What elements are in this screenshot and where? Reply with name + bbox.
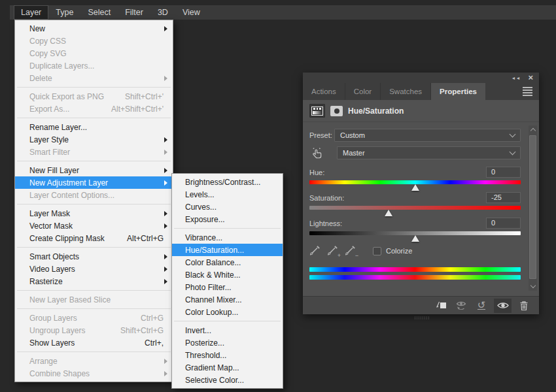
toggle-visibility-button[interactable] bbox=[494, 299, 512, 313]
submenu-item-hue-saturation[interactable]: Hue/Saturation... bbox=[172, 244, 283, 256]
submenu-item-posterize[interactable]: Posterize... bbox=[172, 336, 283, 349]
clip-to-layer-button[interactable] bbox=[433, 299, 449, 313]
colorize-label: Colorize bbox=[386, 247, 412, 255]
menu-separator bbox=[17, 247, 171, 248]
menu-item-label: New bbox=[29, 24, 45, 33]
menu-item-combine-shapes[interactable]: Combine Shapes bbox=[15, 367, 173, 380]
hue-slider-track[interactable] bbox=[309, 180, 521, 184]
delete-adjustment-button[interactable] bbox=[516, 299, 532, 313]
submenu-item-black-white[interactable]: Black & White... bbox=[172, 269, 283, 281]
close-panel-icon[interactable]: × bbox=[528, 74, 533, 81]
menubar-item-type[interactable]: Type bbox=[48, 5, 80, 20]
eyedropper-add-tool[interactable]: + bbox=[327, 245, 339, 257]
menu-item-shortcut: Shift+Ctrl+' bbox=[125, 92, 167, 101]
slider-thumb[interactable] bbox=[411, 235, 419, 242]
scroll-up-icon[interactable] bbox=[529, 125, 537, 134]
colorize-checkbox[interactable] bbox=[373, 247, 381, 255]
menu-item-layer-style[interactable]: Layer Style bbox=[15, 133, 173, 146]
menu-item-delete[interactable]: Delete bbox=[15, 72, 173, 84]
menubar-item-filter[interactable]: Filter bbox=[118, 5, 150, 20]
menu-item-label: Quick Export as PNG bbox=[29, 92, 104, 101]
menu-item-copy-svg[interactable]: Copy SVG bbox=[15, 47, 173, 59]
hue-value-input[interactable]: 0 bbox=[486, 167, 521, 178]
menu-item-rename-layer[interactable]: Rename Layer... bbox=[15, 121, 173, 133]
panel-resize-grip[interactable] bbox=[415, 316, 430, 319]
menu-item-new-layer-based-slice[interactable]: New Layer Based Slice bbox=[15, 293, 173, 306]
menu-item-smart-filter[interactable]: Smart Filter bbox=[15, 146, 173, 158]
submenu-item-vibrance[interactable]: Vibrance... bbox=[172, 231, 283, 244]
saturation-slider-track[interactable] bbox=[309, 206, 521, 210]
slider-thumb[interactable] bbox=[411, 184, 419, 191]
submenu-item-gradient-map[interactable]: Gradient Map... bbox=[172, 361, 283, 374]
menu-item-show-layers[interactable]: Show Layers Ctrl+, bbox=[15, 336, 173, 349]
properties-panel: ◄◄ × Actions Color Swatches Properties H… bbox=[303, 73, 539, 314]
menu-item-new[interactable]: New bbox=[15, 22, 173, 35]
submenu-item-color-balance[interactable]: Color Balance... bbox=[172, 256, 283, 269]
panel-menu-icon[interactable] bbox=[523, 87, 532, 96]
eyedropper-subtract-tool[interactable]: − bbox=[345, 245, 356, 257]
submenu-item-exposure[interactable]: Exposure... bbox=[172, 213, 283, 225]
targeted-adjustment-tool[interactable] bbox=[309, 147, 337, 159]
slider-thumb[interactable] bbox=[385, 210, 392, 216]
preset-select[interactable]: Custom bbox=[334, 129, 521, 142]
menu-item-vector-mask[interactable]: Vector Mask bbox=[15, 220, 173, 232]
menu-item-export-as[interactable]: Export As... Alt+Shift+Ctrl+' bbox=[15, 103, 173, 115]
view-previous-state-button[interactable] bbox=[453, 299, 469, 313]
reset-button[interactable]: ↺ bbox=[474, 299, 489, 313]
menu-item-quick-export-as-png[interactable]: Quick Export as PNG Shift+Ctrl+' bbox=[15, 90, 173, 103]
menu-item-ungroup-layers[interactable]: Ungroup Layers Shift+Ctrl+G bbox=[15, 324, 173, 336]
menubar-item-label: Select bbox=[88, 8, 111, 17]
menu-item-layer-mask[interactable]: Layer Mask bbox=[15, 207, 173, 220]
menu-item-create-clipping-mask[interactable]: Create Clipping Mask Alt+Ctrl+G bbox=[15, 232, 173, 244]
collapse-panel-icon[interactable]: ◄◄ bbox=[512, 76, 521, 80]
submenu-item-brightness-contrast[interactable]: Brightness/Contrast... bbox=[172, 176, 283, 188]
previous-state-eye-icon bbox=[455, 301, 468, 310]
eyedropper-tool[interactable] bbox=[309, 245, 321, 257]
submenu-item-selective-color[interactable]: Selective Color... bbox=[172, 374, 283, 386]
saturation-value-input[interactable]: -25 bbox=[486, 192, 521, 203]
trash-icon bbox=[519, 301, 529, 311]
menu-item-copy-css[interactable]: Copy CSS bbox=[15, 35, 173, 47]
menu-item-layer-content-options[interactable]: Layer Content Options... bbox=[15, 189, 173, 201]
menu-item-arrange[interactable]: Arrange bbox=[15, 355, 173, 367]
scroll-down-icon[interactable] bbox=[529, 282, 537, 291]
menu-item-label: Delete bbox=[29, 74, 52, 83]
menu-item-group-layers[interactable]: Group Layers Ctrl+G bbox=[15, 312, 173, 324]
submenu-item-photo-filter[interactable]: Photo Filter... bbox=[172, 281, 283, 293]
submenu-item-channel-mixer[interactable]: Channel Mixer... bbox=[172, 293, 283, 306]
layer-mask-icon[interactable] bbox=[330, 106, 343, 116]
menubar-item-view[interactable]: View bbox=[175, 5, 207, 20]
menu-item-label: New Fill Layer bbox=[29, 166, 79, 175]
menubar-item-select[interactable]: Select bbox=[80, 5, 118, 20]
menu-item-duplicate-layers[interactable]: Duplicate Layers... bbox=[15, 59, 173, 72]
submenu-item-levels[interactable]: Levels... bbox=[172, 188, 283, 201]
tab-properties[interactable]: Properties bbox=[431, 83, 485, 100]
menu-item-label: Hue/Saturation... bbox=[185, 246, 244, 255]
menu-item-video-layers[interactable]: Video Layers bbox=[15, 263, 173, 275]
menu-item-label: Combine Shapes bbox=[29, 369, 90, 378]
menubar-item-layer[interactable]: Layer bbox=[14, 5, 48, 20]
submenu-arrow-icon bbox=[164, 150, 167, 155]
menu-item-label: Brightness/Contrast... bbox=[185, 178, 260, 187]
submenu-item-threshold[interactable]: Threshold... bbox=[172, 349, 283, 361]
channel-value: Master bbox=[343, 149, 365, 157]
hue-spectrum-reference-bar bbox=[309, 267, 521, 272]
submenu-item-invert[interactable]: Invert... bbox=[172, 324, 283, 336]
menu-item-new-fill-layer[interactable]: New Fill Layer bbox=[15, 164, 173, 176]
submenu-item-curves[interactable]: Curves... bbox=[172, 201, 283, 213]
menu-item-new-adjustment-layer[interactable]: New Adjustment Layer bbox=[15, 176, 173, 189]
tab-color[interactable]: Color bbox=[345, 83, 381, 100]
panel-scrollbar[interactable] bbox=[529, 125, 537, 291]
adjustment-layer-icon[interactable] bbox=[309, 104, 325, 118]
tab-actions[interactable]: Actions bbox=[303, 83, 345, 100]
lightness-slider-track[interactable] bbox=[309, 231, 521, 235]
lightness-value-input[interactable]: 0 bbox=[486, 218, 521, 229]
submenu-item-color-lookup[interactable]: Color Lookup... bbox=[172, 306, 283, 318]
menubar-item-3d[interactable]: 3D bbox=[150, 5, 175, 20]
tab-swatches[interactable]: Swatches bbox=[381, 83, 431, 100]
menubar-item-label: Layer bbox=[21, 8, 41, 17]
menu-item-rasterize[interactable]: Rasterize bbox=[15, 275, 173, 287]
channel-select[interactable]: Master bbox=[337, 146, 521, 159]
scrollbar-thumb[interactable] bbox=[529, 135, 536, 279]
menu-item-smart-objects[interactable]: Smart Objects bbox=[15, 250, 173, 263]
